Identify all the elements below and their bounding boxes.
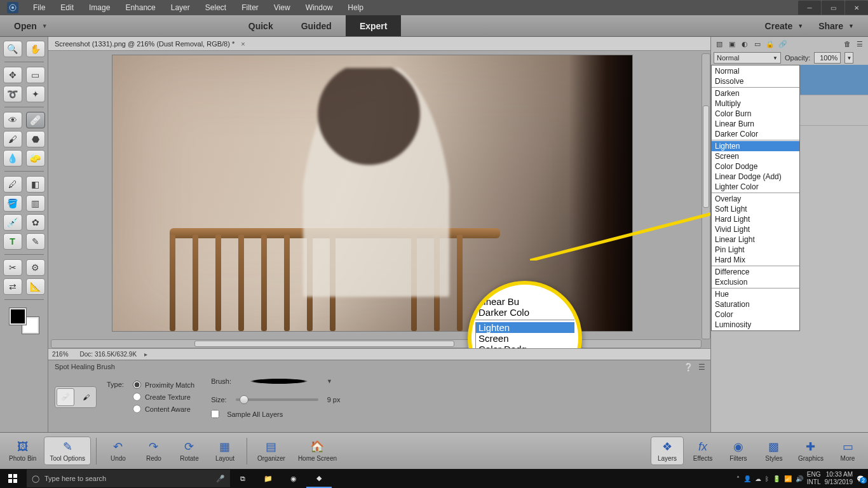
tray-onedrive-icon[interactable]: ☁ <box>755 475 761 482</box>
scrollbar-vertical[interactable] <box>702 53 710 339</box>
bb-tool-options[interactable]: ✎Tool Options <box>44 437 91 465</box>
tray-bluetooth-icon[interactable]: ᛒ <box>765 475 769 482</box>
tray-wifi-icon[interactable]: 📶 <box>784 475 792 482</box>
taskbar-chrome[interactable]: ◉ <box>281 469 306 488</box>
tray-battery-icon[interactable]: 🔋 <box>773 475 780 482</box>
canvas-area[interactable]: Linear Bu Darker Colo Lighten Screen Col… <box>48 51 710 348</box>
menu-window[interactable]: Window <box>298 0 341 15</box>
opacity-caret[interactable]: ▼ <box>844 52 853 64</box>
paint-bucket-tool[interactable]: 🪣 <box>3 195 22 212</box>
mode-quick[interactable]: Quick <box>234 15 287 36</box>
eyedropper-tool[interactable]: 💉 <box>3 214 22 231</box>
task-view-icon[interactable]: ⧉ <box>230 469 255 488</box>
bb-redo[interactable]: ↷Redo <box>137 437 170 464</box>
tray-up-icon[interactable]: ˄ <box>736 475 740 482</box>
document-tab[interactable]: Screenshot (1331).png @ 216% (Dust Remov… <box>48 37 252 50</box>
window-minimize[interactable]: ─ <box>798 1 821 15</box>
bb-undo[interactable]: ↶Undo <box>102 437 135 464</box>
foreground-color[interactable] <box>10 308 26 325</box>
type-proximity[interactable]: Proximity Match <box>133 381 194 389</box>
blend-option[interactable]: Lighten <box>712 141 799 151</box>
mic-icon[interactable]: 🎤 <box>216 475 225 483</box>
options-menu-icon[interactable]: ☰ <box>698 363 705 372</box>
blend-option[interactable]: Darker Color <box>712 129 799 139</box>
tray-people-icon[interactable]: 👤 <box>743 475 751 482</box>
new-group-icon[interactable]: ▣ <box>726 38 738 50</box>
menu-select[interactable]: Select <box>198 0 234 15</box>
blend-option[interactable]: Darken <box>712 88 799 98</box>
eraser-tool[interactable]: ◧ <box>26 176 45 193</box>
quick-select-tool[interactable]: ✦ <box>26 86 45 102</box>
smart-brush-tool[interactable]: 🖌 <box>3 131 22 147</box>
link-icon[interactable]: 🔗 <box>777 38 789 50</box>
menu-image[interactable]: Image <box>81 0 118 15</box>
blend-option[interactable]: Color Burn <box>712 109 799 119</box>
window-maximize[interactable]: ▭ <box>822 1 844 15</box>
blur-tool[interactable]: 💧 <box>3 150 22 166</box>
blend-mode-dropdown[interactable]: NormalDissolveDarkenMultiplyColor BurnLi… <box>711 65 800 331</box>
bb-filters[interactable]: ◉Filters <box>722 437 755 464</box>
mask-icon[interactable]: ▭ <box>752 38 763 50</box>
bb-graphics[interactable]: ✚Graphics <box>793 437 829 464</box>
type-create-texture[interactable]: Create Texture <box>133 393 194 401</box>
blend-option[interactable]: Color <box>712 309 799 320</box>
blend-option[interactable]: Multiply <box>712 98 799 109</box>
bb-styles[interactable]: ▩Styles <box>757 437 790 464</box>
bb-layers[interactable]: ❖Layers <box>651 437 684 465</box>
taskbar-search[interactable]: ◯ Type here to search 🎤 <box>27 470 230 487</box>
taskbar-pse[interactable]: ◆ <box>306 469 332 488</box>
menu-filter[interactable]: Filter <box>234 0 266 15</box>
bb-photo-bin[interactable]: 🖼Photo Bin <box>4 437 41 464</box>
healing-brush-variant[interactable]: 🖌 <box>77 388 95 406</box>
blend-option[interactable]: Difference <box>712 267 799 277</box>
taskbar-explorer[interactable]: 📁 <box>255 469 281 488</box>
color-swatches[interactable] <box>10 308 39 334</box>
blend-option[interactable]: Pin Light <box>712 245 799 255</box>
menu-edit[interactable]: Edit <box>53 0 81 15</box>
window-close[interactable]: ✕ <box>845 1 868 15</box>
bb-more[interactable]: ▭More <box>831 437 864 464</box>
spot-heal-tool[interactable]: 🩹 <box>26 112 45 128</box>
brush-picker-caret[interactable]: ▼ <box>327 378 332 384</box>
opacity-value[interactable]: 100% <box>814 52 841 64</box>
share-button[interactable]: Share▼ <box>818 21 854 31</box>
notifications-icon[interactable]: 💬2 <box>857 475 864 482</box>
close-tab-icon[interactable]: × <box>241 40 245 48</box>
menu-enhance[interactable]: Enhance <box>118 0 163 15</box>
move-tool[interactable]: ✥ <box>3 67 22 83</box>
content-move-tool[interactable]: ⇄ <box>3 278 22 295</box>
help-icon[interactable]: ❔ <box>684 363 693 372</box>
menu-view[interactable]: View <box>266 0 298 15</box>
lasso-tool[interactable]: ➰ <box>3 86 22 102</box>
blend-option[interactable]: Overlay <box>712 194 799 204</box>
blend-option[interactable]: Lighter Color <box>712 182 799 192</box>
scrollbar-horizontal[interactable] <box>51 339 702 348</box>
blend-option[interactable]: Linear Dodge (Add) <box>712 172 799 182</box>
panel-menu-icon[interactable]: ☰ <box>854 38 865 50</box>
bb-rotate[interactable]: ⟳Rotate <box>173 437 206 464</box>
mode-guided[interactable]: Guided <box>287 15 346 36</box>
blend-option[interactable]: Linear Light <box>712 234 799 245</box>
redeye-tool[interactable]: 👁 <box>3 112 22 128</box>
bb-effects[interactable]: fxEffects <box>686 437 719 464</box>
start-button[interactable] <box>0 474 25 483</box>
menu-help[interactable]: Help <box>340 0 371 15</box>
create-button[interactable]: Create▼ <box>765 21 804 31</box>
sponge-tool[interactable]: 🧽 <box>26 150 45 166</box>
zoom-tool[interactable]: 🔍 <box>3 41 22 57</box>
sample-all-layers[interactable]: Sample All Layers <box>211 410 340 418</box>
spot-heal-variant[interactable]: 🩹 <box>57 388 74 406</box>
mode-expert[interactable]: Expert <box>346 15 402 36</box>
blend-option[interactable]: Hard Mix <box>712 255 799 265</box>
blend-option[interactable]: Hue <box>712 289 799 299</box>
blend-option[interactable]: Normal <box>712 66 799 76</box>
tray-volume-icon[interactable]: 🔊 <box>796 475 803 482</box>
bb-layout[interactable]: ▦Layout <box>208 437 241 464</box>
blend-option[interactable]: Luminosity <box>712 320 799 330</box>
lock-icon[interactable]: 🔒 <box>764 38 776 50</box>
blend-option[interactable]: Linear Burn <box>712 119 799 129</box>
blend-option[interactable]: Color Dodge <box>712 161 799 172</box>
type-tool[interactable]: T <box>3 233 22 250</box>
brush-preview[interactable] <box>238 376 320 387</box>
new-layer-icon[interactable]: ▧ <box>714 38 725 50</box>
